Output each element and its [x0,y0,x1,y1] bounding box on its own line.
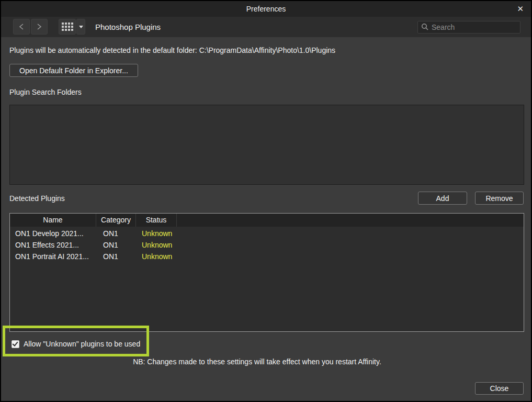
section-title: Photoshop Plugins [95,17,161,37]
plugin-search-folders-label: Plugin Search Folders [9,88,82,96]
restart-note-text: NB: Changes made to these settings will … [1,358,513,366]
table-row[interactable]: ON1 Develop 2021... ON1 Unknown [10,228,524,239]
plugin-category: ON1 [103,251,118,262]
forward-button[interactable] [31,19,48,35]
remove-button[interactable]: Remove [475,192,524,205]
allow-unknown-plugins-checkbox[interactable] [12,340,19,348]
plugin-name: ON1 Effects 2021... [15,239,79,251]
plugin-status: Unknown [142,239,172,251]
plugin-status: Unknown [142,251,172,262]
plugin-name: ON1 Develop 2021... [15,228,84,239]
dialog-title: Preferences [1,1,531,17]
table-row[interactable]: ON1 Effects 2021... ON1 Unknown [10,239,524,251]
chevron-left-icon [18,23,25,30]
search-icon [421,23,428,32]
table-header: Name Category Status [10,214,524,227]
search-input[interactable]: Search [417,21,520,34]
plugin-name: ON1 Portrait AI 2021... [15,251,89,262]
column-header-status[interactable]: Status [136,214,177,227]
detected-plugins-label: Detected Plugins [9,194,65,203]
chevron-right-icon [36,23,42,30]
title-bar: Preferences ✕ [1,1,531,17]
detected-plugins-table[interactable]: Name Category Status ON1 Develop 2021...… [9,213,524,332]
preferences-dialog: Preferences ✕ Photoshop Plugins [0,0,532,402]
close-icon[interactable]: ✕ [515,1,526,17]
allow-unknown-plugins-label: Allow "Unknown" plugins to be used [24,340,140,348]
default-folder-info-text: Plugins will be automatically detected i… [9,46,335,54]
plugin-category: ON1 [103,239,118,251]
add-button[interactable]: Add [418,192,467,205]
table-row[interactable]: ON1 Portrait AI 2021... ON1 Unknown [10,251,524,262]
plugin-category: ON1 [103,228,118,239]
sections-dropdown-button[interactable] [76,19,85,35]
plugin-search-folders-list[interactable] [9,105,524,185]
column-header-category[interactable]: Category [96,214,136,227]
allow-unknown-plugins-row: Allow "Unknown" plugins to be used [12,340,140,348]
search-placeholder: Search [432,23,455,31]
sections-grid-button[interactable] [59,19,76,35]
grid-icon [62,23,73,31]
open-default-folder-button[interactable]: Open Default Folder in Explorer... [9,64,138,77]
close-button[interactable]: Close [475,382,524,395]
plugin-status: Unknown [142,228,172,239]
back-button[interactable] [13,19,30,35]
chevron-down-icon [79,26,83,28]
column-header-name[interactable]: Name [10,214,96,227]
toolbar: Photoshop Plugins Search [1,17,531,37]
